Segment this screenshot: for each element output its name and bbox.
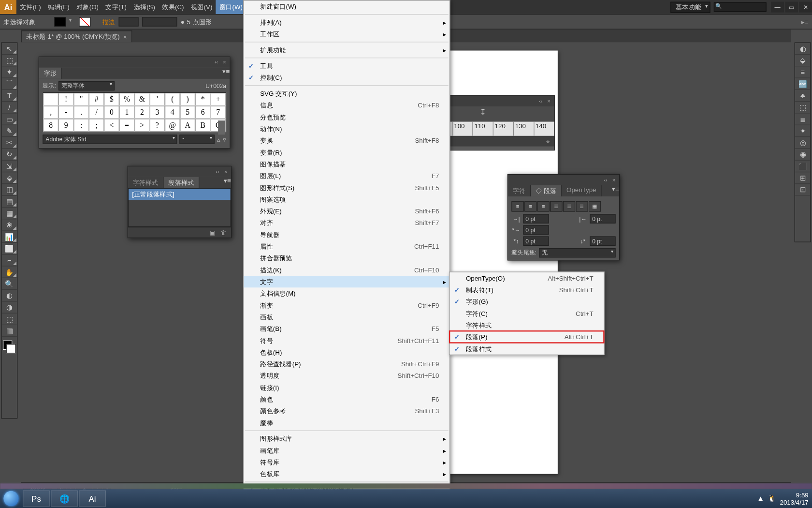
document-tab[interactable]: 未标题-1* @ 100% (CMYK/预览) × bbox=[21, 30, 132, 42]
delete-style-icon[interactable]: 🗑 bbox=[219, 228, 229, 237]
glyph-cell[interactable]: ( bbox=[165, 93, 180, 106]
tool-1[interactable]: ⬚ bbox=[2, 55, 17, 66]
menu-item[interactable]: 描边(K)Ctrl+F10 bbox=[244, 264, 450, 276]
menu-item[interactable]: 图形样式库 bbox=[244, 433, 450, 444]
para-styles-list[interactable]: [正常段落样式] bbox=[128, 188, 231, 227]
submenu-item[interactable]: ✓字形(G) bbox=[450, 296, 604, 307]
ruler-panel-collapse-icon[interactable]: ‹‹ bbox=[537, 98, 545, 105]
panel-icon-7[interactable]: ✦ bbox=[795, 125, 810, 137]
menu-item[interactable]: 渐变Ctrl+F9 bbox=[244, 299, 450, 311]
ruler-snap-icon[interactable]: ⌖ bbox=[544, 137, 552, 145]
glyph-cell[interactable]: * bbox=[195, 93, 210, 106]
glyph-cell[interactable]: , bbox=[44, 106, 58, 119]
submenu-item[interactable]: 字符样式 bbox=[450, 319, 604, 331]
panel-close-icon[interactable]: × bbox=[221, 59, 228, 66]
menu-item[interactable]: 动作(N) bbox=[244, 123, 450, 134]
panel-icon-12[interactable]: ⊡ bbox=[795, 184, 810, 195]
tool-11[interactable]: ⬙ bbox=[2, 172, 17, 184]
glyph-cell[interactable]: ; bbox=[89, 119, 104, 132]
justify-right[interactable]: ≣ bbox=[576, 201, 588, 212]
submenu-item[interactable]: 字符(C)Ctrl+T bbox=[450, 308, 604, 319]
panel-menu-icon[interactable]: ▾≡ bbox=[224, 177, 231, 188]
stroke-color[interactable] bbox=[6, 344, 15, 353]
glyph-cell[interactable]: + bbox=[210, 93, 225, 106]
justify-all[interactable]: ▦ bbox=[589, 201, 601, 212]
glyph-cell[interactable]: 8 bbox=[44, 119, 58, 132]
panel-icon-9[interactable]: ◉ bbox=[795, 149, 810, 160]
align-left[interactable]: ≡ bbox=[511, 201, 523, 212]
tool-12[interactable]: ◫ bbox=[2, 184, 17, 195]
panel-icon-1[interactable]: ⬙ bbox=[795, 55, 810, 66]
tray-clock[interactable]: 9:59 2013/4/17 bbox=[780, 492, 809, 506]
glyph-cell[interactable]: 9 bbox=[58, 119, 73, 132]
glyph-zoom-out-icon[interactable]: ▵ bbox=[217, 135, 220, 143]
menu-item[interactable]: 图案选项 bbox=[244, 194, 450, 205]
tool-15[interactable]: ❀ bbox=[2, 219, 17, 231]
menu-item[interactable]: 对齐Shift+F7 bbox=[244, 217, 450, 228]
menu-select[interactable]: 选择(S) bbox=[130, 0, 159, 14]
opentype-tab[interactable]: OpenType bbox=[562, 185, 601, 196]
indent-right-field[interactable]: 0 pt bbox=[590, 214, 615, 223]
tool-17[interactable]: ⬜ bbox=[2, 243, 17, 254]
para-styles-tab[interactable]: 段落样式 bbox=[164, 177, 200, 188]
glyph-cell[interactable] bbox=[44, 93, 58, 106]
glyph-cell[interactable]: " bbox=[73, 93, 88, 106]
panel-menu-icon[interactable]: ▾≡ bbox=[222, 68, 230, 79]
menu-item[interactable]: 属性Ctrl+F11 bbox=[244, 240, 450, 252]
glyph-cell[interactable]: : bbox=[73, 119, 88, 132]
glyph-cell[interactable]: 7 bbox=[210, 106, 225, 119]
tool-21[interactable]: ◐ bbox=[2, 290, 17, 301]
new-style-icon[interactable]: ▣ bbox=[207, 228, 217, 237]
panel-collapse-icon[interactable]: ‹‹ bbox=[602, 177, 609, 184]
tool-14[interactable]: ▦ bbox=[2, 208, 17, 219]
tool-10[interactable]: ⇲ bbox=[2, 161, 17, 172]
menu-item[interactable]: 色板库 bbox=[244, 468, 450, 479]
panel-icon-2[interactable]: ≡ bbox=[795, 66, 810, 78]
tool-13[interactable]: ▤ bbox=[2, 196, 17, 208]
indent-left-field[interactable]: 0 pt bbox=[523, 214, 549, 223]
glyph-cell[interactable]: < bbox=[104, 119, 119, 132]
panel-collapse-icon[interactable]: ‹‹ bbox=[213, 59, 220, 66]
menu-item[interactable]: 链接(I) bbox=[244, 382, 450, 393]
glyph-cell[interactable]: 2 bbox=[134, 106, 149, 119]
align-right[interactable]: ≡ bbox=[537, 201, 550, 212]
tool-0[interactable]: ↖ bbox=[2, 43, 17, 55]
menu-item[interactable]: 画笔(B)F5 bbox=[244, 323, 450, 334]
menu-item[interactable]: ✓工具 bbox=[244, 60, 450, 72]
menu-item[interactable]: 符号Shift+Ctrl+F11 bbox=[244, 335, 450, 346]
glyph-cell[interactable]: 4 bbox=[165, 106, 180, 119]
menu-item[interactable]: 变量(R) bbox=[244, 147, 450, 158]
optbar-menu-icon[interactable]: ▸≡ bbox=[801, 18, 809, 26]
menu-file[interactable]: 文件(F) bbox=[16, 0, 44, 14]
window-minimize[interactable]: ― bbox=[771, 2, 784, 13]
panel-close-icon[interactable]: × bbox=[222, 168, 230, 176]
kinsoku-dropdown[interactable]: 无 bbox=[539, 248, 616, 257]
start-button[interactable] bbox=[0, 489, 22, 508]
space-before-field[interactable]: 0 pt bbox=[523, 237, 549, 246]
panel-icon-8[interactable]: ◎ bbox=[795, 137, 810, 149]
workspace-selector[interactable]: 基本功能 bbox=[670, 1, 710, 13]
menu-object[interactable]: 对象(O) bbox=[73, 0, 102, 14]
window-close[interactable]: ✕ bbox=[799, 2, 812, 13]
menu-item[interactable]: 画板 bbox=[244, 311, 450, 323]
tool-7[interactable]: ✎ bbox=[2, 125, 17, 137]
help-search[interactable] bbox=[714, 2, 767, 12]
para-style-item[interactable]: [正常段落样式] bbox=[129, 189, 230, 200]
tool-19[interactable]: ✋ bbox=[2, 267, 17, 278]
first-line-field[interactable]: 0 pt bbox=[523, 225, 549, 234]
menu-item[interactable]: 文字 bbox=[244, 276, 450, 287]
taskbar-app-ps[interactable]: Ps bbox=[23, 491, 50, 507]
menu-item[interactable]: 图层(L)F7 bbox=[244, 170, 450, 181]
align-center[interactable]: ≡ bbox=[524, 201, 536, 212]
character-tab[interactable]: 字符 bbox=[508, 185, 531, 196]
panel-icon-4[interactable]: ♣ bbox=[795, 90, 810, 102]
menu-item[interactable]: 分色预览 bbox=[244, 111, 450, 123]
glyph-cell[interactable]: 1 bbox=[119, 106, 134, 119]
submenu-item[interactable]: ✓制表符(T)Shift+Ctrl+T bbox=[450, 284, 604, 296]
tool-16[interactable]: 📊 bbox=[2, 231, 17, 243]
menu-item[interactable]: 扩展功能 bbox=[244, 44, 450, 56]
glyph-cell[interactable]: 3 bbox=[150, 106, 165, 119]
tab-cursor-icon[interactable]: ↧ bbox=[480, 108, 486, 117]
ruler-panel-close-icon[interactable]: × bbox=[545, 98, 552, 105]
panel-collapse-icon[interactable]: ‹‹ bbox=[214, 168, 221, 176]
